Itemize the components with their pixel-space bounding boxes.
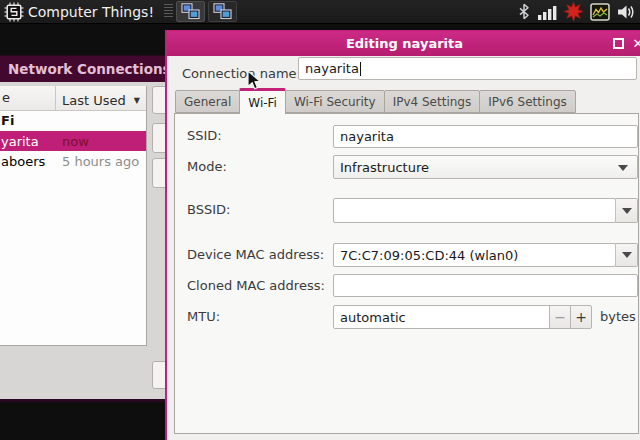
mode-dropdown[interactable]: Infrastructure [333, 155, 638, 179]
connection-name-label: Connection name: [182, 66, 301, 81]
last-used-value: 5 hours ago [62, 154, 146, 169]
mtu-increment-button[interactable]: + [570, 305, 592, 329]
applications-menu-button[interactable]: Computer Things! [0, 0, 158, 24]
alert-star-icon[interactable] [564, 2, 583, 21]
maximize-button[interactable] [610, 35, 626, 51]
mode-label: Mode: [187, 159, 227, 174]
system-tray [517, 2, 640, 21]
tab-wifi-security[interactable]: Wi-Fi Security [285, 90, 385, 113]
bssid-label: BSSID: [187, 202, 230, 217]
mtu-spinbox: automatic − + [333, 305, 592, 329]
device-mac-label: Device MAC address: [187, 247, 324, 262]
close-button[interactable]: ✕ [630, 35, 640, 51]
windows-icon [181, 3, 200, 20]
list-header: e Last Used ▼ [0, 86, 146, 111]
windows-icon [213, 3, 232, 20]
bssid-input[interactable] [333, 198, 616, 223]
taskbar-window-button-1[interactable] [176, 1, 205, 22]
connection-name-input[interactable]: nayarita [298, 57, 637, 80]
wifi-tab-panel: SSID: nayarita Mode: Infrastructure BSSI… [174, 113, 639, 434]
system-monitor-icon[interactable] [590, 3, 610, 21]
cloned-mac-input[interactable] [333, 274, 638, 297]
taskbar-window-button-2[interactable] [208, 1, 237, 22]
mtu-unit-label: bytes [600, 309, 636, 324]
list-item-aboers[interactable]: aboers 5 hours ago [0, 151, 146, 171]
settings-tabs: General Wi-Fi Wi-Fi Security IPv4 Settin… [175, 87, 575, 113]
device-mac-dropdown-button[interactable] [615, 243, 638, 267]
connection-name: aboers [0, 154, 62, 169]
bssid-dropdown-button[interactable] [615, 198, 638, 223]
signal-strength-icon[interactable] [538, 4, 557, 20]
connection-name-row: Connection name: nayarita [167, 56, 640, 89]
dialog-titlebar[interactable]: Editing nayarita ✕ [167, 31, 640, 56]
mtu-decrement-button[interactable]: − [549, 305, 571, 329]
tab-ipv4-settings[interactable]: IPv4 Settings [384, 90, 481, 113]
device-mac-combo: 7C:C7:09:05:CD:44 (wlan0) [333, 243, 638, 267]
ssid-input[interactable]: nayarita [333, 125, 638, 148]
minus-icon: − [554, 309, 566, 325]
bssid-combo [333, 198, 638, 223]
list-item-nayarita[interactable]: yarita now [0, 131, 146, 151]
editing-nayarita-dialog: Editing nayarita ✕ Connection name: naya… [165, 30, 640, 440]
desktop: Computer Things! [0, 0, 640, 440]
column-header-name[interactable]: e [0, 86, 56, 110]
sort-descending-icon: ▼ [134, 96, 140, 105]
text-caret [360, 62, 361, 76]
ssid-label: SSID: [187, 128, 222, 143]
last-used-value: now [62, 134, 146, 149]
chip-icon [4, 2, 24, 22]
chevron-down-icon [622, 208, 632, 214]
chevron-down-icon [622, 252, 632, 258]
chevron-down-icon [618, 165, 628, 171]
mouse-cursor [247, 70, 261, 91]
network-connections-window: Network Connections e Last Used ▼ Fi yar… [0, 55, 166, 402]
dialog-title: Editing nayarita [346, 36, 463, 51]
volume-icon[interactable] [617, 4, 635, 20]
close-icon: ✕ [633, 36, 640, 51]
group-header-wifi[interactable]: Fi [0, 111, 146, 131]
window-title: Network Connections [8, 61, 171, 77]
tab-general[interactable]: General [175, 90, 240, 113]
mtu-label: MTU: [187, 309, 220, 324]
network-connections-titlebar[interactable]: Network Connections [0, 56, 166, 82]
tab-ipv6-settings[interactable]: IPv6 Settings [479, 90, 576, 113]
top-panel: Computer Things! [0, 0, 640, 24]
bluetooth-icon[interactable] [517, 3, 531, 20]
cloned-mac-label: Cloned MAC address: [187, 278, 325, 293]
menu-label: Computer Things! [28, 4, 154, 20]
maximize-icon [613, 38, 624, 49]
connections-list[interactable]: e Last Used ▼ Fi yarita now aboers 5 hou… [0, 86, 147, 346]
tab-wifi[interactable]: Wi-Fi [239, 88, 286, 114]
connection-name: yarita [0, 134, 62, 149]
column-header-last-used[interactable]: Last Used ▼ [56, 86, 146, 110]
taskbar-grip[interactable] [164, 4, 173, 19]
mtu-input[interactable]: automatic [333, 305, 550, 329]
plus-icon: + [575, 309, 587, 325]
device-mac-input[interactable]: 7C:C7:09:05:CD:44 (wlan0) [333, 243, 616, 267]
